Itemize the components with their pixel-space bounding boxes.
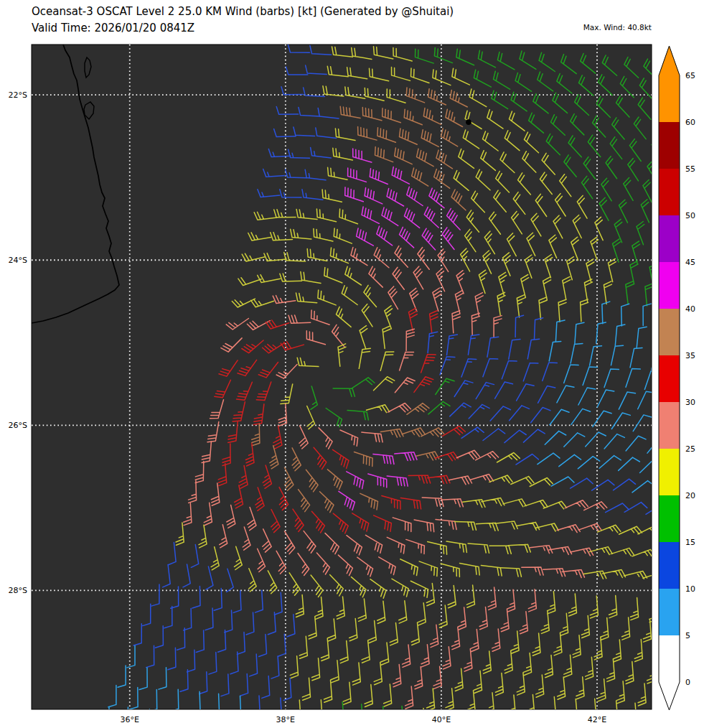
lon-tick-label: 42°E [588, 715, 606, 724]
colorbar-segment [659, 122, 680, 169]
max-wind-label: Max. Wind: 40.8kt [583, 23, 652, 32]
colorbar-tick-label: 25 [685, 444, 695, 454]
lon-tick-label: 38°E [276, 715, 295, 724]
colorbar-segment [659, 589, 680, 635]
colorbar-tick-label: 60 [685, 118, 695, 127]
colorbar-tick-label: 30 [685, 398, 695, 407]
map-plot-area [32, 45, 652, 709]
colorbar-segment [659, 215, 680, 262]
valid-time-label: Valid Time: 2026/01/20 0841Z [32, 22, 194, 34]
colorbar-tick-label: 10 [685, 584, 695, 594]
storm-marker-dot [466, 119, 471, 125]
storm-marker-layer [466, 119, 471, 125]
colorbar-segment [659, 262, 680, 309]
colorbar-segment [659, 355, 680, 402]
lat-tick-label: 24°S [9, 256, 27, 265]
colorbar-segment [659, 449, 680, 495]
colorbar-tick-label: 65 [685, 71, 695, 80]
colorbar-segment [659, 169, 680, 215]
colorbar-segment [659, 495, 680, 542]
colorbar-tick-label: 40 [685, 304, 695, 314]
lat-tick-label: 28°S [9, 586, 27, 595]
colorbar-tick-label: 50 [685, 211, 695, 220]
plot-title: Oceansat-3 OSCAT Level 2 25.0 KM Wind (b… [32, 5, 454, 18]
colorbar-tick-label: 20 [685, 491, 695, 500]
colorbar-tick-label: 45 [685, 258, 695, 267]
colorbar-tick-label: 0 [685, 678, 690, 687]
lon-tick-label: 36°E [121, 715, 139, 724]
colorbar-tick-label: 15 [685, 538, 695, 547]
lat-tick-label: 22°S [9, 90, 27, 100]
colorbar-tick-label: 5 [685, 631, 690, 640]
lon-tick-label: 40°E [432, 715, 451, 724]
wind-map-figure: Oceansat-3 OSCAT Level 2 25.0 KM Wind (b… [0, 0, 704, 728]
colorbar-tick-label: 35 [685, 351, 695, 360]
colorbar-segment [659, 309, 680, 355]
colorbar-tick-label: 55 [685, 164, 695, 174]
colorbar-segment [659, 402, 680, 449]
colorbar-segment [659, 635, 680, 682]
colorbar-segment [659, 75, 680, 122]
colorbar-segment [659, 542, 680, 589]
oscat-wind-plot: Oceansat-3 OSCAT Level 2 25.0 KM Wind (b… [0, 0, 704, 728]
lat-tick-label: 26°S [9, 421, 27, 430]
